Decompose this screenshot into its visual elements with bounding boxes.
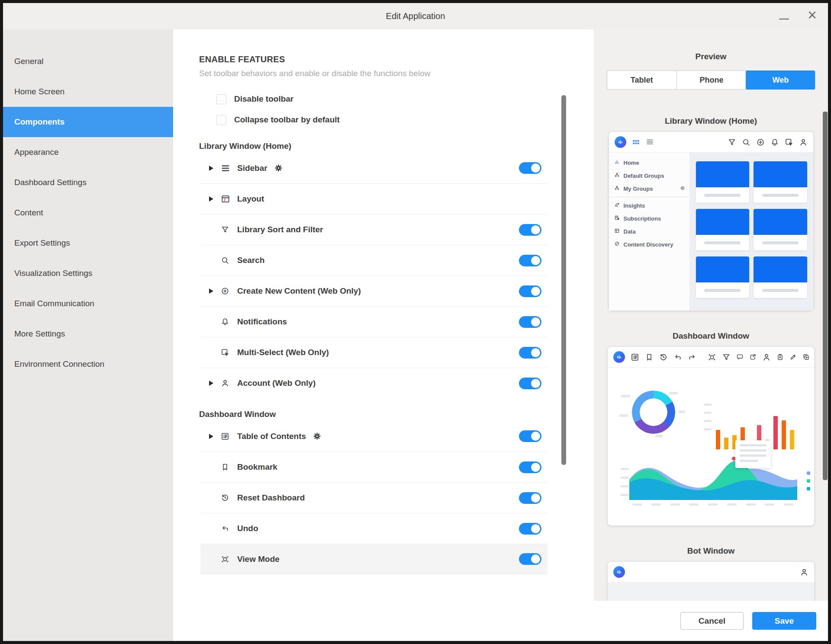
toggle-switch-on[interactable] (519, 255, 541, 266)
library-sidebar-item-content-discovery: Content Discovery (609, 238, 689, 251)
window-scrollbar[interactable] (823, 112, 828, 480)
library-sidebar-label: Default Groups (624, 173, 664, 179)
expand-caret-icon[interactable] (209, 196, 221, 202)
insights-icon (614, 202, 620, 209)
toggle-switch-on[interactable] (519, 285, 541, 297)
bot-preview-toolbar (608, 562, 814, 583)
toggle-switch-on[interactable] (519, 553, 541, 565)
expand-caret-icon[interactable] (209, 434, 221, 439)
tile-thumbnail (696, 256, 750, 282)
library-sidebar-label: Content Discovery (624, 241, 673, 248)
bell-icon (221, 317, 237, 326)
feature-row-library-sort-and-filter[interactable]: Library Sort and Filter (200, 214, 548, 245)
sidebar-item-general[interactable]: General (3, 46, 173, 77)
tile-thumbnail (696, 209, 750, 235)
toggle-switch-on[interactable] (519, 461, 541, 473)
checkbox-unchecked[interactable] (216, 94, 226, 104)
content-scrollbar[interactable] (561, 95, 566, 465)
view-mode-icon (221, 555, 237, 564)
feature-row-undo[interactable]: Undo (200, 513, 548, 544)
person-icon (800, 568, 808, 577)
settings-nav: GeneralHome ScreenComponentsAppearanceDa… (3, 29, 173, 641)
toggle-switch-on[interactable] (519, 162, 541, 174)
toggle-switch-on[interactable] (519, 378, 541, 389)
list-view-icon (646, 138, 654, 146)
close-icon[interactable]: × (808, 6, 817, 25)
subscriptions-icon (614, 215, 620, 222)
undo-icon (673, 353, 682, 362)
undo-icon (221, 524, 237, 533)
toggle-switch-on[interactable] (519, 492, 541, 504)
preview-panel: Preview TabletPhoneWeb Library Window (H… (594, 29, 828, 601)
feature-row-bookmark[interactable]: Bookmark (200, 452, 548, 482)
toggle-switch-on[interactable] (519, 316, 541, 328)
expand-caret-icon[interactable] (209, 166, 221, 171)
tab-web[interactable]: Web (746, 70, 815, 90)
sidebar-item-environment-connection[interactable]: Environment Connection (3, 349, 173, 379)
checkbox-row-collapse-toolbar-by-default[interactable]: Collapse toolbar by default (216, 109, 594, 130)
sidebar-item-email-communication[interactable]: Email Communication (3, 288, 173, 319)
sidebar-item-visualization-settings[interactable]: Visualization Settings (3, 258, 173, 288)
app-logo-icon (613, 566, 625, 578)
pencil-icon (789, 353, 797, 361)
grid-view-icon (632, 138, 640, 146)
feature-row-notifications[interactable]: Notifications (200, 306, 548, 337)
expand-caret-icon[interactable] (209, 288, 221, 294)
toggle-switch-on[interactable] (519, 224, 541, 236)
library-sidebar-item-my-groups: My Groups (609, 182, 689, 195)
donut-label-dash (669, 392, 678, 394)
home-icon (614, 159, 620, 166)
toggle-switch-on[interactable] (519, 523, 541, 535)
bot-window-preview (608, 562, 814, 601)
sidebar-item-home-screen[interactable]: Home Screen (3, 77, 173, 107)
groups-icon (614, 172, 620, 179)
feature-row-create-new-content-web-only[interactable]: Create New Content (Web Only) (200, 276, 548, 306)
checkbox-unchecked[interactable] (216, 115, 226, 125)
group-heading-library-window-home: Library Window (Home) (199, 141, 594, 151)
toc-icon (631, 353, 639, 362)
feature-row-view-mode[interactable]: View Mode (200, 544, 548, 574)
expand-caret-icon[interactable] (209, 381, 221, 386)
preview-section-title-bot: Bot Window (594, 546, 828, 556)
cancel-button[interactable]: Cancel (680, 612, 744, 630)
library-sidebar-item-subscriptions: Subscriptions (609, 212, 689, 225)
feature-row-account-web-only[interactable]: Account (Web Only) (200, 368, 548, 398)
layout-icon (221, 194, 237, 204)
save-button[interactable]: Save (752, 612, 816, 630)
feature-row-table-of-contents[interactable]: Table of Contents (200, 421, 548, 452)
toggle-switch-on[interactable] (519, 347, 541, 359)
minimize-icon[interactable] (779, 19, 789, 19)
donut-label-dash (655, 435, 663, 437)
gear-icon[interactable] (313, 432, 321, 440)
sidebar-item-dashboard-settings[interactable]: Dashboard Settings (3, 167, 173, 198)
app-logo-icon (613, 351, 625, 363)
sidebar-item-more-settings[interactable]: More Settings (3, 319, 173, 349)
tab-phone[interactable]: Phone (676, 71, 746, 89)
toggle-switch-on[interactable] (519, 430, 541, 442)
content-tile (754, 161, 807, 203)
feature-row-multi-select-web-only[interactable]: Multi-Select (Web Only) (200, 337, 548, 368)
checkbox-label: Disable toolbar (234, 94, 293, 104)
app-logo-icon (615, 136, 626, 148)
tile-caption (696, 235, 750, 250)
plus-circle-icon (756, 138, 765, 147)
feature-label: Account (Web Only) (237, 378, 316, 388)
sidebar-item-components[interactable]: Components (3, 107, 173, 137)
sidebar-item-label: Export Settings (14, 238, 70, 248)
feature-row-reset-dashboard[interactable]: Reset Dashboard (200, 482, 548, 513)
sidebar-item-content[interactable]: Content (3, 198, 173, 228)
feature-row-layout[interactable]: Layout (200, 183, 548, 214)
filter-icon (728, 138, 736, 147)
area-chart-yticks (621, 468, 629, 496)
toolbar-checkboxes: Disable toolbarCollapse toolbar by defau… (216, 89, 594, 130)
sidebar-item-label: Content (14, 208, 43, 218)
tab-tablet[interactable]: Tablet (607, 71, 676, 89)
feature-row-search[interactable]: Search (200, 245, 548, 276)
gear-icon[interactable] (274, 164, 283, 172)
feature-row-sidebar[interactable]: Sidebar (200, 153, 548, 183)
checkbox-row-disable-toolbar[interactable]: Disable toolbar (216, 89, 594, 109)
tile-caption-line (704, 289, 741, 292)
sidebar-item-appearance[interactable]: Appearance (3, 137, 173, 167)
library-sidebar-label: Data (624, 228, 636, 235)
sidebar-item-export-settings[interactable]: Export Settings (3, 228, 173, 258)
